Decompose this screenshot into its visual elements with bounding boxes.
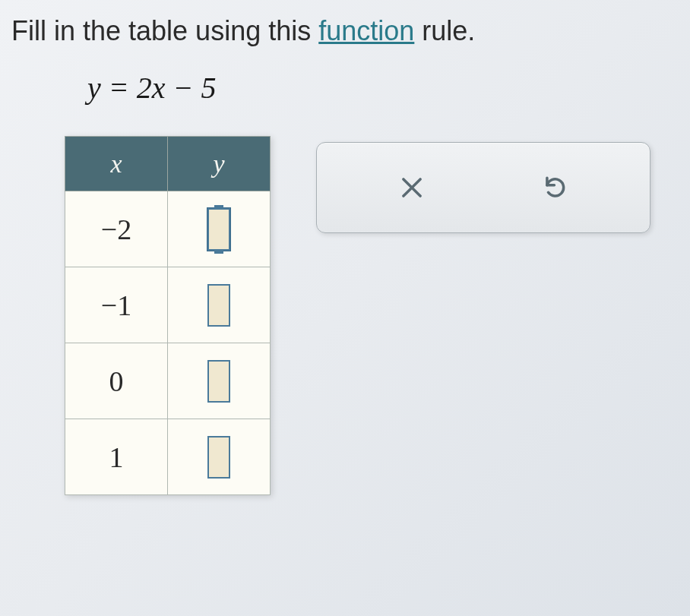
y-cell bbox=[168, 419, 271, 495]
y-cell bbox=[168, 343, 271, 419]
x-cell: −2 bbox=[65, 191, 168, 267]
table-row: −1 bbox=[65, 267, 271, 343]
function-table: x y −2 −1 0 bbox=[65, 136, 271, 495]
content-row: x y −2 −1 0 bbox=[65, 136, 690, 495]
table-row: 1 bbox=[65, 419, 271, 495]
y-cell bbox=[168, 191, 271, 267]
instruction-suffix: rule. bbox=[414, 15, 475, 46]
x-icon bbox=[397, 173, 426, 202]
table-row: −2 bbox=[65, 191, 271, 267]
header-x: x bbox=[65, 137, 168, 191]
y-cell bbox=[168, 267, 271, 343]
x-cell: −1 bbox=[65, 267, 168, 343]
x-cell: 0 bbox=[65, 343, 168, 419]
y-input-3[interactable] bbox=[207, 436, 230, 479]
y-input-0[interactable] bbox=[207, 208, 230, 251]
y-input-2[interactable] bbox=[207, 360, 230, 403]
clear-button[interactable] bbox=[393, 169, 431, 207]
table-row: 0 bbox=[65, 343, 271, 419]
instruction-prefix: Fill in the table using this bbox=[11, 15, 318, 46]
toolbar bbox=[316, 142, 650, 233]
x-cell: 1 bbox=[65, 419, 168, 495]
reset-button[interactable] bbox=[536, 169, 574, 207]
function-link[interactable]: function bbox=[318, 15, 414, 46]
y-input-1[interactable] bbox=[207, 284, 230, 327]
undo-icon bbox=[541, 173, 570, 202]
equation-text: y = 2x − 5 bbox=[87, 70, 690, 106]
header-y: y bbox=[168, 137, 271, 191]
instruction-text: Fill in the table using this function ru… bbox=[11, 15, 690, 47]
